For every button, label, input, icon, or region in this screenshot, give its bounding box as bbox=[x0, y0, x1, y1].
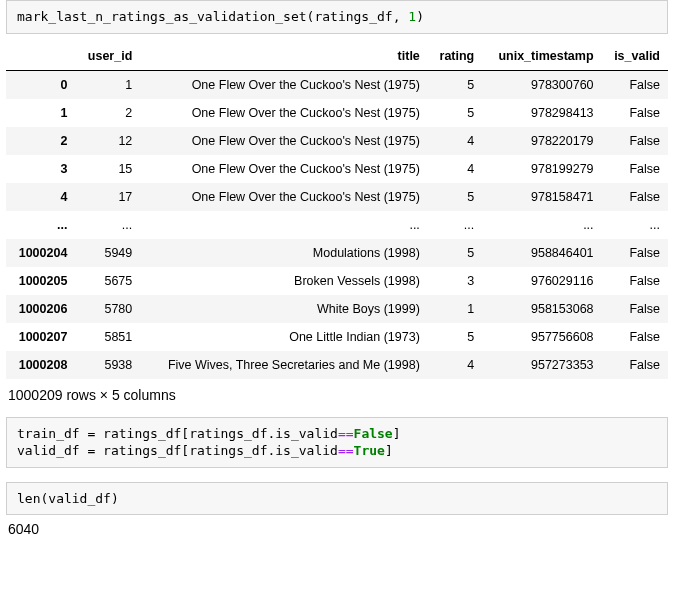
code-text: mark_last_n_ratings_as_validation_set(ra… bbox=[17, 9, 408, 24]
cell: 2 bbox=[75, 99, 140, 127]
code-op: == bbox=[338, 443, 354, 458]
code-cell-1[interactable]: mark_last_n_ratings_as_validation_set(ra… bbox=[6, 0, 668, 34]
table-row: 01One Flew Over the Cuckoo's Nest (1975)… bbox=[6, 70, 668, 99]
code-text: ) bbox=[416, 9, 424, 24]
row-index: 3 bbox=[6, 155, 75, 183]
cell: 5938 bbox=[75, 351, 140, 379]
cell: 1 bbox=[428, 295, 482, 323]
table-row: .................. bbox=[6, 211, 668, 239]
cell: 5 bbox=[428, 99, 482, 127]
code-text: valid_df = ratings_df[ratings_df.is_vali… bbox=[17, 443, 338, 458]
cell: Five Wives, Three Secretaries and Me (19… bbox=[140, 351, 428, 379]
row-index: 1000207 bbox=[6, 323, 75, 351]
row-index: 0 bbox=[6, 70, 75, 99]
cell: 958846401 bbox=[482, 239, 601, 267]
table-row: 10002075851One Little Indian (1973)59577… bbox=[6, 323, 668, 351]
cell: False bbox=[602, 127, 668, 155]
cell: White Boys (1999) bbox=[140, 295, 428, 323]
code-op: == bbox=[338, 426, 354, 441]
dataframe-output: user_id title rating unix_timestamp is_v… bbox=[6, 42, 668, 379]
cell: False bbox=[602, 295, 668, 323]
code-cell-2[interactable]: train_df = ratings_df[ratings_df.is_vali… bbox=[6, 417, 668, 468]
code-text: ] bbox=[393, 426, 401, 441]
code-keyword: True bbox=[354, 443, 385, 458]
cell: False bbox=[602, 183, 668, 211]
dataframe-table: user_id title rating unix_timestamp is_v… bbox=[6, 42, 668, 379]
cell: 978300760 bbox=[482, 70, 601, 99]
cell: 12 bbox=[75, 127, 140, 155]
code-text: ] bbox=[385, 443, 393, 458]
cell: One Flew Over the Cuckoo's Nest (1975) bbox=[140, 155, 428, 183]
cell: False bbox=[602, 351, 668, 379]
cell: 957273353 bbox=[482, 351, 601, 379]
cell: 5851 bbox=[75, 323, 140, 351]
table-row: 10002045949Modulations (1998)5958846401F… bbox=[6, 239, 668, 267]
code-text: train_df = ratings_df[ratings_df.is_vali… bbox=[17, 426, 338, 441]
cell: 5 bbox=[428, 70, 482, 99]
cell: 15 bbox=[75, 155, 140, 183]
table-row: 12One Flew Over the Cuckoo's Nest (1975)… bbox=[6, 99, 668, 127]
cell: One Flew Over the Cuckoo's Nest (1975) bbox=[140, 70, 428, 99]
cell: ... bbox=[482, 211, 601, 239]
code-fn: len bbox=[17, 491, 40, 506]
cell: False bbox=[602, 239, 668, 267]
row-index: 2 bbox=[6, 127, 75, 155]
cell: 976029116 bbox=[482, 267, 601, 295]
cell: ... bbox=[140, 211, 428, 239]
cell: One Flew Over the Cuckoo's Nest (1975) bbox=[140, 183, 428, 211]
cell: 957756608 bbox=[482, 323, 601, 351]
cell: 1 bbox=[75, 70, 140, 99]
cell: False bbox=[602, 70, 668, 99]
cell: False bbox=[602, 267, 668, 295]
cell: 978298413 bbox=[482, 99, 601, 127]
cell: False bbox=[602, 323, 668, 351]
row-index: 1000206 bbox=[6, 295, 75, 323]
cell: ... bbox=[428, 211, 482, 239]
cell: 978199279 bbox=[482, 155, 601, 183]
table-row: 10002065780White Boys (1999)1958153068Fa… bbox=[6, 295, 668, 323]
row-index: 1000204 bbox=[6, 239, 75, 267]
code-number: 1 bbox=[408, 9, 416, 24]
col-is-valid: is_valid bbox=[602, 42, 668, 71]
table-row: 315One Flew Over the Cuckoo's Nest (1975… bbox=[6, 155, 668, 183]
col-title: title bbox=[140, 42, 428, 71]
dataframe-shape: 1000209 rows × 5 columns bbox=[8, 387, 668, 403]
row-index: ... bbox=[6, 211, 75, 239]
cell: Broken Vessels (1998) bbox=[140, 267, 428, 295]
cell: 5 bbox=[428, 323, 482, 351]
cell: One Flew Over the Cuckoo's Nest (1975) bbox=[140, 127, 428, 155]
col-user-id: user_id bbox=[75, 42, 140, 71]
cell: ... bbox=[602, 211, 668, 239]
cell: 5780 bbox=[75, 295, 140, 323]
cell: 5675 bbox=[75, 267, 140, 295]
code-keyword: False bbox=[354, 426, 393, 441]
cell: Modulations (1998) bbox=[140, 239, 428, 267]
row-index: 1 bbox=[6, 99, 75, 127]
col-rating: rating bbox=[428, 42, 482, 71]
row-index: 1000208 bbox=[6, 351, 75, 379]
cell: 5 bbox=[428, 239, 482, 267]
col-index bbox=[6, 42, 75, 71]
cell: 978158471 bbox=[482, 183, 601, 211]
code-cell-3[interactable]: len(valid_df) bbox=[6, 482, 668, 516]
table-row: 10002085938Five Wives, Three Secretaries… bbox=[6, 351, 668, 379]
table-row: 417One Flew Over the Cuckoo's Nest (1975… bbox=[6, 183, 668, 211]
cell-output: 6040 bbox=[8, 521, 668, 537]
row-index: 1000205 bbox=[6, 267, 75, 295]
cell: 978220179 bbox=[482, 127, 601, 155]
cell: ... bbox=[75, 211, 140, 239]
code-text: (valid_df) bbox=[40, 491, 118, 506]
cell: 17 bbox=[75, 183, 140, 211]
table-row: 10002055675Broken Vessels (1998)39760291… bbox=[6, 267, 668, 295]
table-row: 212One Flew Over the Cuckoo's Nest (1975… bbox=[6, 127, 668, 155]
cell: False bbox=[602, 99, 668, 127]
cell: One Little Indian (1973) bbox=[140, 323, 428, 351]
col-unix-timestamp: unix_timestamp bbox=[482, 42, 601, 71]
cell: 3 bbox=[428, 267, 482, 295]
cell: 4 bbox=[428, 351, 482, 379]
cell: 5 bbox=[428, 183, 482, 211]
cell: 958153068 bbox=[482, 295, 601, 323]
table-header-row: user_id title rating unix_timestamp is_v… bbox=[6, 42, 668, 71]
row-index: 4 bbox=[6, 183, 75, 211]
cell: False bbox=[602, 155, 668, 183]
